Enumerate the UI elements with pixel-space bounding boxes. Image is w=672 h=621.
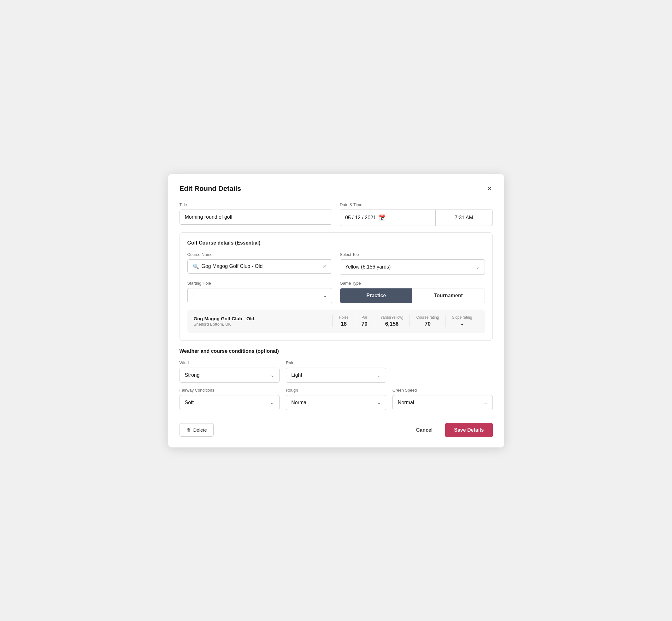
course-name-label: Course Name xyxy=(187,252,333,257)
date-time-group: 05 / 12 / 2021 📅 7:31 AM xyxy=(340,210,493,226)
course-search-input[interactable] xyxy=(202,263,321,269)
holes-label: Holes xyxy=(339,315,349,320)
delete-button[interactable]: 🗑 Delete xyxy=(179,423,214,437)
course-rating-label: Course rating xyxy=(416,315,439,320)
fairway-group: Fairway Conditions Soft ⌄ Soft xyxy=(179,388,280,410)
modal-header: Edit Round Details × xyxy=(179,184,493,194)
wind-group: Wind Strong ⌄ Strong xyxy=(179,360,280,383)
datetime-label: Date & Time xyxy=(340,202,493,207)
title-label: Title xyxy=(179,202,333,207)
course-stat-course-rating: Course rating 70 xyxy=(410,315,445,327)
wind-rain-row: Wind Strong ⌄ Strong Rain Light ⌄ Light xyxy=(179,360,493,383)
select-tee-select[interactable]: Yellow (6,156 yards) ⌄ Yellow (6,156 yar… xyxy=(340,259,485,275)
rain-group: Rain Light ⌄ Light xyxy=(286,360,386,383)
green-speed-label: Green Speed xyxy=(392,388,493,392)
par-label: Par xyxy=(362,315,368,320)
course-stat-slope-rating: Slope rating - xyxy=(445,315,478,327)
hole-gametype-row: Starting Hole 1 ⌄ 1 Game Type Practice T… xyxy=(187,281,485,303)
wind-select[interactable]: Strong ⌄ Strong xyxy=(179,368,280,383)
course-stat-holes: Holes 18 xyxy=(332,315,355,327)
green-speed-select[interactable]: Normal ⌄ Normal xyxy=(392,395,493,410)
game-type-toggle: Practice Tournament xyxy=(340,288,485,303)
course-search-wrap[interactable]: 🔍 ✕ xyxy=(187,259,333,274)
course-info-bar: Gog Magog Golf Club - Old, Shelford Bott… xyxy=(187,309,485,333)
title-input[interactable] xyxy=(179,210,333,225)
conditions-section: Weather and course conditions (optional)… xyxy=(179,348,493,410)
yards-label: Yards(Yellow) xyxy=(380,315,404,320)
green-speed-group: Green Speed Normal ⌄ Normal xyxy=(392,388,493,410)
title-group: Title xyxy=(179,202,333,226)
cancel-button[interactable]: Cancel xyxy=(410,423,439,437)
date-value: 05 / 12 / 2021 xyxy=(345,215,376,220)
course-tee-row: Course Name 🔍 ✕ Select Tee Yellow (6,156… xyxy=(187,252,485,275)
course-rating-value: 70 xyxy=(425,321,431,327)
modal-title: Edit Round Details xyxy=(179,184,241,193)
wind-label: Wind xyxy=(179,360,280,365)
tournament-button[interactable]: Tournament xyxy=(412,288,485,303)
rain-label: Rain xyxy=(286,360,386,365)
conditions-title: Weather and course conditions (optional) xyxy=(179,348,493,354)
datetime-group: Date & Time 05 / 12 / 2021 📅 7:31 AM xyxy=(340,202,493,226)
edit-round-modal: Edit Round Details × Title Date & Time 0… xyxy=(168,174,504,448)
select-tee-label: Select Tee xyxy=(340,252,485,257)
yards-value: 6,156 xyxy=(385,321,399,327)
save-button[interactable]: Save Details xyxy=(445,423,493,437)
footer-right: Cancel Save Details xyxy=(410,423,493,437)
fairway-rough-green-row: Fairway Conditions Soft ⌄ Soft Rough Nor… xyxy=(179,388,493,410)
search-icon: 🔍 xyxy=(193,263,199,270)
fairway-select[interactable]: Soft ⌄ Soft xyxy=(179,395,280,410)
golf-course-section: Golf Course details (Essential) Course N… xyxy=(179,232,493,341)
slope-rating-value: - xyxy=(461,321,463,327)
time-value: 7:31 AM xyxy=(455,215,473,220)
starting-hole-select[interactable]: 1 ⌄ 1 xyxy=(187,288,333,303)
course-stat-yards: Yards(Yellow) 6,156 xyxy=(374,315,410,327)
close-button[interactable]: × xyxy=(486,184,493,194)
clear-icon[interactable]: ✕ xyxy=(323,263,327,270)
calendar-icon: 📅 xyxy=(379,214,385,221)
course-info-name-block: Gog Magog Golf Club - Old, Shelford Bott… xyxy=(194,316,333,327)
golf-section-title: Golf Course details (Essential) xyxy=(187,240,485,246)
course-location: Shelford Bottom, UK xyxy=(194,322,333,327)
course-name-group: Course Name 🔍 ✕ xyxy=(187,252,333,275)
rough-label: Rough xyxy=(286,388,386,392)
course-name-display: Gog Magog Golf Club - Old, xyxy=(194,316,333,321)
time-part[interactable]: 7:31 AM xyxy=(436,210,493,225)
rough-group: Rough Normal ⌄ Normal xyxy=(286,388,386,410)
trash-icon: 🗑 xyxy=(186,427,191,432)
holes-value: 18 xyxy=(341,321,347,327)
rough-select[interactable]: Normal ⌄ Normal xyxy=(286,395,386,410)
starting-hole-group: Starting Hole 1 ⌄ 1 xyxy=(187,281,333,303)
select-tee-group: Select Tee Yellow (6,156 yards) ⌄ Yellow… xyxy=(340,252,485,275)
course-stat-par: Par 70 xyxy=(355,315,374,327)
fairway-label: Fairway Conditions xyxy=(179,388,280,392)
delete-label: Delete xyxy=(194,427,207,432)
slope-rating-label: Slope rating xyxy=(452,315,472,320)
rain-select[interactable]: Light ⌄ Light xyxy=(286,368,386,383)
par-value: 70 xyxy=(362,321,368,327)
title-datetime-row: Title Date & Time 05 / 12 / 2021 📅 7:31 … xyxy=(179,202,493,226)
game-type-group: Game Type Practice Tournament xyxy=(340,281,485,303)
starting-hole-label: Starting Hole xyxy=(187,281,333,286)
game-type-label: Game Type xyxy=(340,281,485,286)
date-part[interactable]: 05 / 12 / 2021 📅 xyxy=(340,210,435,225)
practice-button[interactable]: Practice xyxy=(340,288,412,303)
footer-row: 🗑 Delete Cancel Save Details xyxy=(179,418,493,437)
